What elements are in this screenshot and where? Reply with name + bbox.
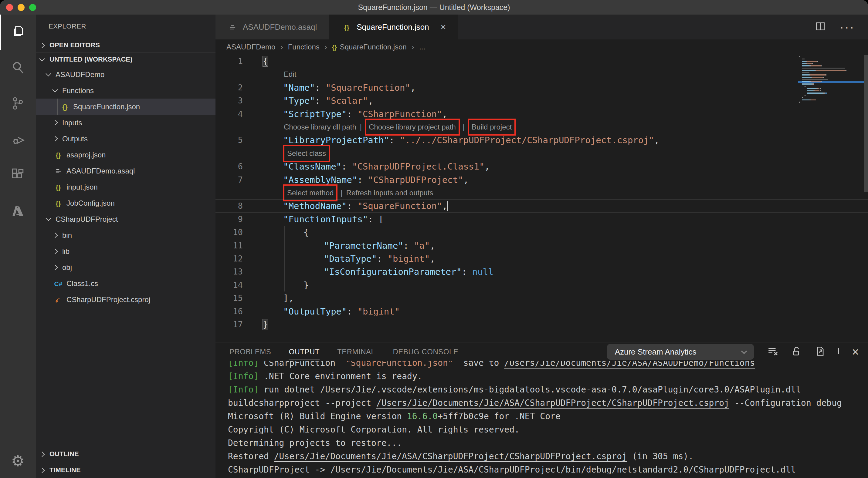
output-path-link[interactable]: /Users/Jie/Documents/Jie/ASA/CSharpUDFPr… — [274, 451, 627, 461]
close-tab-icon[interactable]: × — [441, 22, 446, 32]
minimap-bar — [820, 65, 822, 66]
code-line-8[interactable]: 8"MethodName": "SquareFunction", — [215, 199, 868, 213]
token: } — [263, 319, 268, 330]
tree-item-label: bin — [62, 231, 72, 240]
minimap-bar — [802, 63, 806, 64]
breadcrumb-item-functions[interactable]: Functions — [288, 43, 319, 51]
tree-item-functions[interactable]: Functions — [36, 82, 215, 99]
tree-item-label: lib — [62, 247, 69, 256]
codelens-edit[interactable]: Edit — [283, 67, 297, 81]
panel-tab-debug-console[interactable]: DEBUG CONSOLE — [393, 342, 458, 361]
tree-item-csharpudfproject-csproj[interactable]: CSharpUDFProject.csproj — [36, 292, 215, 308]
tree-item-outputs[interactable]: Outputs — [36, 131, 215, 147]
tree-item-class1-cs[interactable]: C#Class1.cs — [36, 275, 215, 292]
codelens-select-class-highlighted[interactable]: Select class — [283, 145, 330, 162]
tree-item-jobconfig-json[interactable]: {}JobConfig.json — [36, 195, 215, 211]
tree-item-obj[interactable]: obj — [36, 259, 215, 275]
activity-item-source-control[interactable] — [0, 86, 36, 122]
panel-tab-problems[interactable]: PROBLEMS — [229, 342, 271, 361]
output-text: CSharpUDFProject -> — [228, 465, 330, 475]
output-line: [Info] .NET Core environment is ready. — [228, 370, 868, 383]
breadcrumb-item-squarefunction-json[interactable]: {}SquareFunction.json — [332, 43, 407, 51]
codelens-build-project-highlighted[interactable]: Build project — [468, 118, 516, 136]
activity-item-extensions[interactable] — [0, 158, 36, 194]
token: "../../CSharpUDFProject/CSharpUDFProject… — [400, 135, 654, 145]
output-path-link[interactable]: /Users/Jie/Documents/Jie/ASA/CSharpUDFPr… — [376, 398, 729, 408]
tree-item-input-json[interactable]: {}input.json — [36, 179, 215, 195]
close-panel-icon[interactable]: × — [852, 346, 859, 358]
code-line-14[interactable]: 14} — [215, 278, 868, 292]
code-line-2[interactable]: 2"Name": "SquareFunction", — [215, 81, 868, 94]
clear-output-icon[interactable] — [767, 346, 778, 358]
activity-item-settings[interactable]: ⚙ — [0, 446, 36, 476]
code-text: ], — [283, 292, 294, 305]
minimap[interactable] — [798, 56, 864, 134]
codelens-choose-library-project-path-highlighted[interactable]: Choose library project path — [365, 118, 460, 136]
line-number: 12 — [215, 252, 243, 265]
asaql-file-icon — [228, 23, 238, 32]
code-line-9[interactable]: 9"FunctionInputs": [ — [215, 213, 868, 226]
code-line-12[interactable]: 12"DataType": "bigint", — [215, 252, 868, 265]
output-text: run dotnet /Users/Jie/.vscode/extensions… — [258, 384, 801, 395]
codelens-select-method-highlighted[interactable]: Select method — [283, 184, 338, 201]
minimap-bar — [799, 102, 800, 103]
code-line-6[interactable]: 6"ClassName": "CSharpUDFProject.Class1", — [215, 160, 868, 173]
minimap-row — [798, 63, 864, 65]
tab-asaudfdemo-asaql[interactable]: ASAUDFDemo.asaql — [215, 14, 329, 39]
token: : — [341, 161, 352, 172]
codelens-separator: | — [360, 121, 362, 134]
activity-item-search[interactable] — [0, 50, 36, 86]
section-open-editors[interactable]: OPEN EDITORS — [36, 38, 215, 53]
tree-item-squarefunction-json[interactable]: {}SquareFunction.json — [36, 99, 215, 115]
code-text: "Type": "Scalar", — [283, 94, 373, 107]
panel-tab-output[interactable]: OUTPUT — [289, 342, 319, 361]
section-timeline[interactable]: TIMELINE — [36, 462, 215, 478]
tree-item-inputs[interactable]: Inputs — [36, 115, 215, 131]
editor-scrollbar[interactable] — [864, 55, 868, 192]
tree-item-bin[interactable]: bin — [36, 227, 215, 243]
maximize-panel-icon[interactable] — [838, 349, 839, 354]
tab-squarefunction-json[interactable]: {}SquareFunction.json× — [329, 14, 458, 39]
activity-item-explorer[interactable] — [0, 14, 36, 50]
output-text: Microsoft (R) Build Engine version — [228, 411, 407, 421]
tree-item-csharpudfproject[interactable]: CSharpUDFProject — [36, 211, 215, 227]
codelens-choose-library-dll-path[interactable]: Choose library dll path — [283, 120, 357, 134]
tree-item-asaproj-json[interactable]: {}asaproj.json — [36, 147, 215, 163]
breadcrumb-item-[interactable]: ... — [419, 43, 425, 51]
output-text: Restored — [228, 451, 274, 461]
tree-item-asaudfdemo[interactable]: ASAUDFDemo — [36, 66, 215, 82]
code-line-16[interactable]: 16"OutputType": "bigint" — [215, 305, 868, 318]
code-line-11[interactable]: 11"ParameterName": "a", — [215, 239, 868, 252]
code-line-3[interactable]: 3"Type": "Scalar", — [215, 94, 868, 107]
output-path-link[interactable]: /Users/Jie/Documents/Jie/ASA/ASAUDFDemo/… — [504, 361, 755, 368]
code-line-1[interactable]: 1{ — [215, 55, 868, 68]
section-outline[interactable]: OUTLINE — [36, 446, 215, 462]
chevron-down-icon — [45, 71, 51, 76]
output-channel-select[interactable]: Azure Stream Analytics — [607, 344, 754, 360]
json-file-icon: {} — [53, 183, 63, 192]
code-text: "OutputType": "bigint" — [283, 305, 400, 318]
editor-actions: ··· — [815, 14, 868, 39]
code-line-17[interactable]: 17} — [215, 318, 868, 331]
code-line-15[interactable]: 15], — [215, 292, 868, 305]
code-text: "MethodName": "SquareFunction", — [283, 199, 448, 213]
activity-item-run-debug[interactable] — [0, 122, 36, 158]
code-line-10[interactable]: 10{ — [215, 226, 868, 239]
tree-item-lib[interactable]: lib — [36, 243, 215, 259]
minimap-bar — [807, 88, 817, 89]
editor-tab-bar: ASAUDFDemo.asaql{}SquareFunction.json× ·… — [215, 14, 868, 39]
output-path-link[interactable]: /Users/Jie/Documents/Jie/ASA/CSharpUDFPr… — [330, 465, 796, 475]
code-editor[interactable]: 1{Edit2"Name": "SquareFunction",3"Type":… — [215, 55, 868, 342]
code-line-13[interactable]: 13"IsConfigurationParameter": null — [215, 265, 868, 278]
codelens-refresh-inputs-and-outputs[interactable]: Refresh inputs and outputs — [346, 185, 434, 200]
breadcrumb: ASAUDFDemo›Functions›{}SquareFunction.js… — [215, 39, 868, 55]
tree-item-asaudfdemo-asaql[interactable]: ASAUDFDemo.asaql — [36, 163, 215, 179]
open-log-file-icon[interactable] — [814, 346, 826, 358]
unlock-icon[interactable] — [791, 346, 802, 358]
breadcrumb-item-asaudfdemo[interactable]: ASAUDFDemo — [226, 43, 275, 51]
split-editor-icon[interactable] — [815, 21, 826, 33]
code-line-4[interactable]: 4"ScriptType": "CSharpFunction", — [215, 107, 868, 121]
section-workspace[interactable]: UNTITLED (WORKSPACE) — [36, 53, 215, 66]
activity-item-azure[interactable] — [0, 194, 36, 229]
panel-tab-terminal[interactable]: TERMINAL — [337, 342, 375, 361]
